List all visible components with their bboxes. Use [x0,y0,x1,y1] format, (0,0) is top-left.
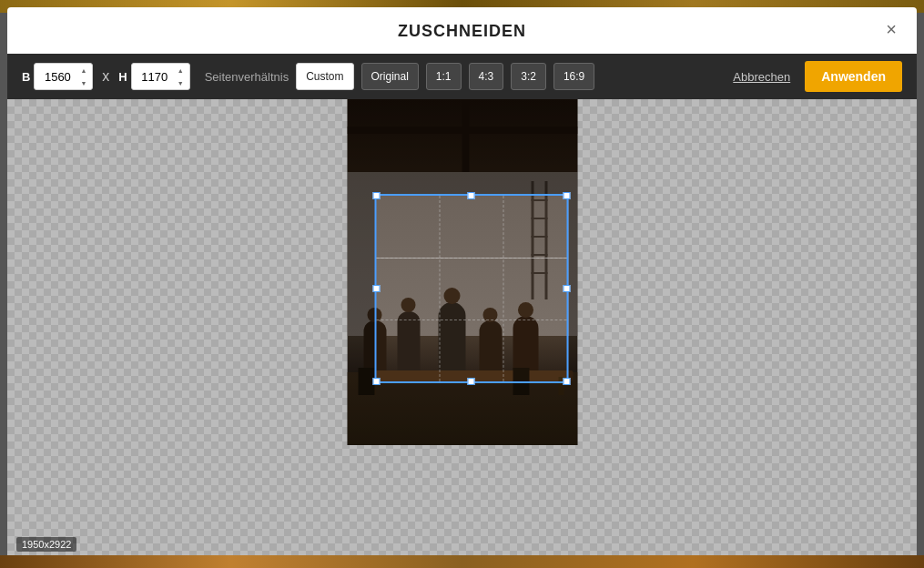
table-top [360,370,573,381]
ratio-16-9-btn[interactable]: 16:9 [553,63,594,90]
bottom-thumb [0,555,924,568]
ladder [528,181,550,299]
ratio-1-1-btn[interactable]: 1:1 [426,63,462,90]
width-down-btn[interactable]: ▼ [78,76,88,89]
width-spinner: ▲ ▼ [78,64,88,89]
width-label: B [22,70,30,84]
ratio-original-btn[interactable]: Original [361,63,419,90]
ratio-3-2-btn[interactable]: 3:2 [511,63,546,90]
height-input[interactable] [136,70,174,84]
cancel-button[interactable]: Abbrechen [726,66,797,87]
ratio-4-3-btn[interactable]: 4:3 [469,63,504,90]
person-2 [397,311,420,370]
person-5 [513,316,538,370]
height-spinner: ▲ ▼ [176,64,186,89]
width-input[interactable] [38,70,76,84]
toolbar: B ▲ ▼ x H ▲ ▼ Seitenverhältnis Custom [7,54,917,99]
height-label: H [118,70,127,84]
apply-button[interactable]: Anwenden [805,61,902,92]
height-up-btn[interactable]: ▲ [176,64,186,76]
person-3 [438,302,465,370]
close-button[interactable]: × [880,16,902,42]
bottom-strip [0,555,924,568]
crop-modal: ZUSCHNEIDEN × B ▲ ▼ x H ▲ ▼ [7,7,917,561]
modal-header: ZUSCHNEIDEN × [7,7,917,54]
table-leg-2 [558,377,564,395]
height-group: H ▲ ▼ [118,63,189,90]
floor [347,372,577,445]
person-1 [363,320,386,370]
width-group: B ▲ ▼ [22,63,93,90]
photo-background [347,99,577,445]
image-container [347,99,577,445]
ratio-custom-btn[interactable]: Custom [296,63,353,90]
height-input-wrapper: ▲ ▼ [131,63,190,90]
height-down-btn[interactable]: ▼ [176,76,186,89]
modal-title: ZUSCHNEIDEN [25,22,899,41]
chair-2 [513,368,529,395]
dimension-separator: x [102,68,109,85]
width-up-btn[interactable]: ▲ [78,64,88,76]
size-label: 1950x2922 [16,537,76,552]
chair-1 [358,368,374,395]
width-input-wrapper: ▲ ▼ [34,63,93,90]
canvas-area: 1950x2922 [7,99,917,561]
person-4 [479,320,502,370]
aspect-label: Seitenverhältnis [205,70,289,84]
